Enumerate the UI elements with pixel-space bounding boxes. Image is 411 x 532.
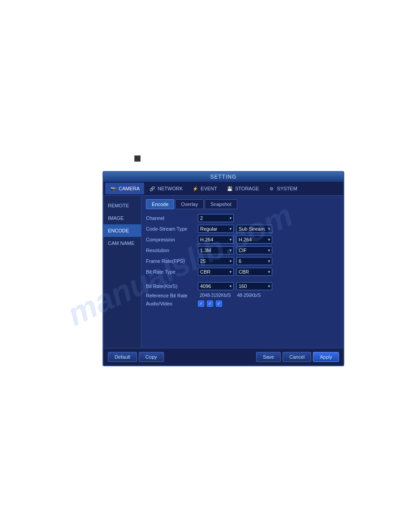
resolution-label: Resolution <box>146 248 195 253</box>
nav-tab-network[interactable]: 🔗 NETWORK <box>144 183 187 194</box>
frame-rate-main-select[interactable]: 25 15 30 <box>198 257 234 265</box>
frame-rate-fields: 25 15 30 6 5 10 15 <box>198 257 339 265</box>
compression-main-select[interactable]: H.264 H.265 <box>198 236 234 244</box>
bit-rate-type-sub-wrapper: CBR VBR <box>236 267 272 276</box>
dialog-body: REMOTE IMAGE ENCODE CAM NAME Encode Over… <box>103 196 343 348</box>
network-nav-icon: 🔗 <box>149 185 156 192</box>
sub-tabs: Encode Overlay Snapshot <box>146 199 339 209</box>
copy-button[interactable]: Copy <box>139 352 164 362</box>
bit-rate-sub-wrapper: 160 128 256 <box>236 282 272 290</box>
footer-right-buttons: Save Cancel Apply <box>256 352 339 362</box>
audio-video-main-checkbox-cell <box>198 300 204 307</box>
code-stream-row: Code-Stream Type Regular Motion Sub Stre… <box>146 224 339 233</box>
storage-nav-icon: 💾 <box>226 185 233 192</box>
nav-tab-storage[interactable]: 💾 STORAGE <box>222 183 264 194</box>
frame-rate-row: Frame Rate(FPS) 25 15 30 6 5 10 <box>146 257 339 265</box>
code-stream-sub-select[interactable]: Sub Stream1 Sub Stream2 <box>236 225 272 233</box>
bit-rate-type-row: Bit Rate Type CBR VBR CBR VBR <box>146 267 339 276</box>
ref-bit-rate-main-text: 2048-3192Kb/S <box>198 292 233 298</box>
frame-rate-main-wrapper: 25 15 30 <box>198 257 234 265</box>
bit-rate-main-select[interactable]: 4096 2048 1024 <box>198 282 234 290</box>
code-stream-main-wrapper: Regular Motion <box>198 224 234 233</box>
footer-left-buttons: Default Copy <box>108 352 164 362</box>
code-stream-label: Code-Stream Type <box>146 226 195 232</box>
channel-select-wrapper: 2 1 3 4 <box>198 214 234 222</box>
dialog-title: SETTING <box>103 172 343 182</box>
audio-video-row: Audio/Video <box>146 300 339 307</box>
channel-select[interactable]: 2 1 3 4 <box>198 214 234 222</box>
nav-tab-system[interactable]: ⚙ SYSTEM <box>264 183 302 194</box>
bit-rate-type-main-select[interactable]: CBR VBR <box>198 268 234 276</box>
code-stream-sub-wrapper: Sub Stream1 Sub Stream2 <box>236 224 272 233</box>
bit-rate-type-fields: CBR VBR CBR VBR <box>198 267 339 276</box>
compression-sub-wrapper: H.264 H.265 <box>236 235 272 244</box>
camera-nav-icon: 📷 <box>110 185 117 192</box>
audio-video-sub-checkbox2[interactable] <box>216 300 222 307</box>
sidebar-item-remote[interactable]: REMOTE <box>103 199 141 212</box>
ref-bit-rate-row: Reference Bit Rate 2048-3192Kb/S 48-256K… <box>146 292 339 298</box>
frame-rate-label: Frame Rate(FPS) <box>146 258 195 264</box>
dialog-nav: 📷 CAMERA 🔗 NETWORK ⚡ EVENT 💾 STORAGE ⚙ S… <box>103 182 343 196</box>
audio-video-fields <box>198 300 339 307</box>
bit-rate-label: Bit Rate(Kb/S) <box>146 283 195 289</box>
audio-video-label: Audio/Video <box>146 301 195 306</box>
compression-sub-select[interactable]: H.264 H.265 <box>236 236 272 244</box>
apply-button[interactable]: Apply <box>313 352 339 362</box>
resolution-sub-wrapper: CIF D1 720P <box>236 246 272 254</box>
frame-rate-sub-wrapper: 6 5 10 15 <box>236 257 272 265</box>
cancel-button[interactable]: Cancel <box>283 352 311 362</box>
bit-rate-sub-select[interactable]: 160 128 256 <box>236 282 272 290</box>
compression-fields: H.264 H.265 H.264 H.265 <box>198 235 339 244</box>
sub-tab-overlay[interactable]: Overlay <box>175 199 204 209</box>
bit-rate-type-main-wrapper: CBR VBR <box>198 267 234 276</box>
bit-rate-fields: 4096 2048 1024 160 128 256 <box>198 282 339 290</box>
main-content: Encode Overlay Snapshot Channel 2 1 <box>141 196 343 348</box>
save-button[interactable]: Save <box>256 352 281 362</box>
audio-video-sub-checkbox1[interactable] <box>207 300 213 307</box>
frame-rate-sub-select[interactable]: 6 5 10 15 <box>236 257 272 265</box>
sidebar-item-encode[interactable]: ENCODE <box>103 224 141 237</box>
nav-tab-camera[interactable]: 📷 CAMERA <box>105 183 144 194</box>
resolution-main-wrapper: 1.3M 1080P 720P <box>198 246 234 254</box>
resolution-row: Resolution 1.3M 1080P 720P CIF D1 7 <box>146 246 339 254</box>
ref-bit-rate-sub-text: 48-256Kb/S <box>235 292 263 298</box>
small-icon <box>134 155 141 162</box>
sidebar-item-image[interactable]: IMAGE <box>103 212 141 224</box>
event-nav-icon: ⚡ <box>192 185 199 192</box>
channel-row: Channel 2 1 3 4 <box>146 214 339 222</box>
compression-row: Compression H.264 H.265 H.264 H.265 <box>146 235 339 244</box>
channel-fields: 2 1 3 4 <box>198 214 339 222</box>
system-nav-icon: ⚙ <box>268 185 275 192</box>
resolution-sub-select[interactable]: CIF D1 720P <box>236 246 272 254</box>
bit-rate-row: Bit Rate(Kb/S) 4096 2048 1024 160 128 <box>146 282 339 290</box>
sub-tab-encode[interactable]: Encode <box>146 199 174 209</box>
channel-label: Channel <box>146 215 195 221</box>
ref-bit-rate-fields: 2048-3192Kb/S 48-256Kb/S <box>198 292 339 298</box>
resolution-fields: 1.3M 1080P 720P CIF D1 720P <box>198 246 339 254</box>
dialog-footer: Default Copy Save Cancel Apply <box>103 348 343 365</box>
compression-label: Compression <box>146 237 195 242</box>
audio-video-sub-checkbox-cell <box>207 300 222 307</box>
spacer <box>146 278 339 282</box>
nav-tab-event[interactable]: ⚡ EVENT <box>187 183 222 194</box>
code-stream-main-select[interactable]: Regular Motion <box>198 225 234 233</box>
default-button[interactable]: Default <box>108 352 137 362</box>
compression-main-wrapper: H.264 H.265 <box>198 235 234 244</box>
code-stream-fields: Regular Motion Sub Stream1 Sub Stream2 <box>198 224 339 233</box>
sidebar-item-cam-name[interactable]: CAM NAME <box>103 237 141 249</box>
resolution-main-select[interactable]: 1.3M 1080P 720P <box>198 246 234 254</box>
bit-rate-type-sub-select[interactable]: CBR VBR <box>236 268 272 276</box>
bit-rate-type-label: Bit Rate Type <box>146 269 195 275</box>
bit-rate-main-wrapper: 4096 2048 1024 <box>198 282 234 290</box>
sidebar: REMOTE IMAGE ENCODE CAM NAME <box>103 196 141 348</box>
ref-bit-rate-label: Reference Bit Rate <box>146 293 195 298</box>
settings-dialog: SETTING 📷 CAMERA 🔗 NETWORK ⚡ EVENT 💾 STO… <box>103 171 344 366</box>
sub-tab-snapshot[interactable]: Snapshot <box>205 199 237 209</box>
audio-video-main-checkbox[interactable] <box>198 300 204 307</box>
